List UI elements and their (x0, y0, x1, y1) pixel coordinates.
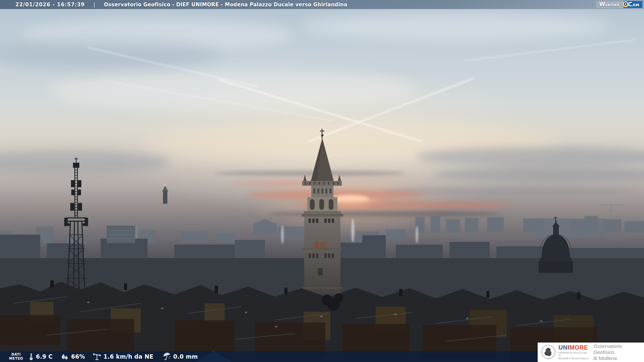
temperature-value: 6.9 C (36, 353, 53, 360)
unimore-wordmark: UNIMORE UNIVERSITÀ DEGLI STUDI DI MODENA… (558, 345, 590, 360)
humidity-drops-icon (61, 353, 69, 360)
webcam-frame: 22/01/2026 - 16:57:39 | Osservatorio Geo… (0, 0, 644, 362)
observatory-label: Osservatorio Geofisico di Modena (593, 343, 644, 361)
sky (0, 0, 644, 362)
thermometer-icon (29, 353, 34, 361)
precipitation-metric: 0.0 mm (162, 353, 198, 361)
unimore-branding: 1175 UNIMORE UNIVERSITÀ DEGLI STUDI DI M… (538, 343, 644, 362)
anemometer-icon (93, 353, 101, 361)
svg-text:1175: 1175 (547, 358, 550, 360)
umbrella-icon (162, 353, 171, 361)
dati-meteo-label: DATI METEO (5, 353, 27, 361)
unimore-seal-icon: 1175 (541, 344, 556, 360)
unimore-uni: UNI (558, 344, 570, 351)
camera-title: Osservatorio Geofisico - DIEF UNIMORE - … (104, 2, 347, 8)
unimore-more: MORE (570, 344, 588, 351)
weathercam-logo: Weather Cam (596, 1, 642, 8)
separator: | (94, 2, 95, 8)
unimore-subtitle: UNIVERSITÀ DEGLI STUDI DI MODENA E REGGI… (558, 352, 590, 360)
wind-value: 1.6 km/h da NE (104, 353, 154, 360)
temperature-metric: 6.9 C (29, 353, 53, 361)
wind-metric: 1.6 km/h da NE (93, 353, 154, 361)
weathercam-weather-label: Weather (596, 1, 623, 8)
humidity-metric: 66% (61, 353, 85, 360)
precipitation-value: 0.0 mm (173, 353, 198, 360)
humidity-value: 66% (71, 353, 85, 360)
top-overlay-bar: 22/01/2026 - 16:57:39 | Osservatorio Geo… (0, 0, 644, 9)
timestamp: 22/01/2026 - 16:57:39 (15, 2, 85, 8)
